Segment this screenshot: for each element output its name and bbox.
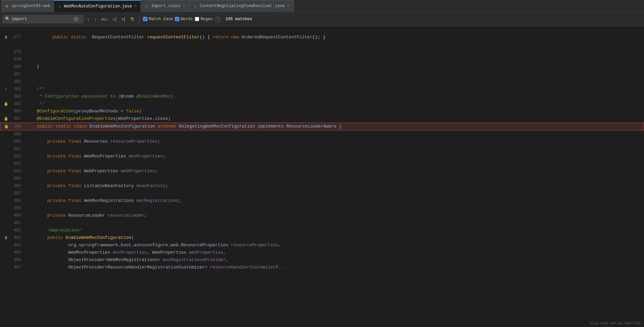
search-input-wrapper: 🔍 ×: [3, 15, 83, 23]
table-row: 397: [0, 190, 644, 197]
code-content-383[interactable]: /**: [24, 85, 644, 93]
code-content-392[interactable]: private final WebMvcProperties mvcProper…: [24, 153, 644, 160]
class-icon: ⬡: [144, 4, 149, 8]
code-content-406[interactable]: ObjectProvider<WebMvcRegistrations> mvcR…: [24, 256, 644, 264]
code-content-382[interactable]: [24, 78, 644, 85]
gutter-icon-403: @: [3, 235, 9, 241]
match-case-checkbox[interactable]: [143, 17, 147, 21]
tab-bar: m springboot03-web ☕ WebMvcAutoConfigura…: [0, 0, 644, 12]
line-gutter-393: 393: [0, 160, 24, 168]
tab-file1[interactable]: ☕ WebMvcAutoConfiguration.java ×: [54, 0, 141, 12]
code-content-387[interactable]: @EnableConfigurationProperties(WebProper…: [24, 115, 644, 122]
code-content-386[interactable]: @Configuration(proxyBeanMethods = false): [24, 108, 644, 115]
code-content-384[interactable]: * Configuration equivalent to {@code @En…: [24, 93, 644, 100]
tab-close-file3[interactable]: ×: [287, 3, 290, 9]
table-row: 393: [0, 160, 644, 168]
search-clear-button[interactable]: ×: [73, 16, 79, 22]
line-gutter-377: @ 377: [0, 26, 24, 48]
tab-project[interactable]: m springboot03-web: [1, 0, 54, 12]
line-gutter-401: 401: [0, 219, 24, 227]
line-gutter-398: 398: [0, 197, 24, 205]
java-icon-3: ☕: [193, 4, 198, 8]
line-gutter-380: 380: [0, 63, 24, 71]
code-content-405[interactable]: WebMvcProperties mvcProperties, WebPrope…: [24, 249, 644, 256]
code-content-404[interactable]: org.springframework.boot.autoconfigure.w…: [24, 242, 644, 249]
line-num-407: 407: [10, 264, 21, 271]
code-content-400[interactable]: private ResourceLoader resourceLoader;: [24, 212, 644, 219]
table-row: 400 private ResourceLoader resourceLoade…: [0, 212, 644, 219]
code-content-407[interactable]: ObjectProvider<ResourceHandlerRegistrati…: [24, 264, 644, 271]
line-num-401: 401: [10, 219, 21, 227]
find-all-button[interactable]: ALL: [100, 16, 110, 22]
words-checkbox[interactable]: [175, 17, 179, 21]
code-content-403[interactable]: public EnableWebMvcConfiguration(: [24, 234, 644, 242]
line-gutter-395: 395: [0, 175, 24, 182]
gutter-icon-395: [3, 176, 9, 181]
code-content-391[interactable]: [24, 145, 644, 153]
line-num-377: 377: [10, 34, 21, 41]
line-num-390: 390: [10, 138, 21, 145]
code-content-395[interactable]: [24, 175, 644, 182]
line-gutter-381: 381: [0, 71, 24, 78]
words-label[interactable]: Words: [175, 17, 193, 22]
code-content-380[interactable]: }: [24, 63, 644, 71]
line-num-379: 379: [10, 56, 21, 63]
line-num-389: 389: [10, 131, 21, 138]
line-num-400: 400: [10, 212, 21, 219]
search-input[interactable]: [11, 16, 72, 22]
gutter-icon-400: [3, 213, 9, 218]
gutter-icon-405: [3, 250, 9, 255]
regex-checkbox[interactable]: [195, 17, 199, 21]
line-num-384: 384: [10, 93, 21, 100]
code-content-378[interactable]: [24, 48, 644, 56]
filter-button[interactable]: ⚗: [128, 15, 136, 23]
code-content-390[interactable]: private final Resources resourceProperti…: [24, 138, 644, 145]
gutter-icon-383: ▾: [3, 86, 9, 92]
regex-label[interactable]: Regex: [195, 17, 213, 22]
table-row: 394 private final WebProperties webPrope…: [0, 168, 644, 175]
gutter-icon-388: 🔒: [4, 124, 9, 129]
code-content-388[interactable]: public static class EnableWebMvcConfigur…: [24, 123, 644, 130]
add-occurrence-button[interactable]: +|: [111, 15, 118, 23]
line-num-398: 398: [10, 197, 21, 205]
tab-file3[interactable]: ☕ ContentNegotiatingViewResolver.java ×: [190, 0, 294, 12]
tab-close-file2[interactable]: ×: [182, 3, 186, 9]
line-gutter-407: 407: [0, 264, 24, 271]
line-num-387: 387: [10, 115, 21, 122]
code-content-377[interactable]: public static RequestContextFilter reque…: [24, 26, 644, 48]
code-content-401[interactable]: [24, 219, 644, 227]
code-content-385[interactable]: */: [24, 100, 644, 108]
gutter-icon-391: [3, 146, 9, 152]
code-content-398[interactable]: private final WebMvcRegistrations mvcReg…: [24, 197, 644, 205]
code-content-396[interactable]: private final ListableBeanFactory beanFa…: [24, 182, 644, 190]
match-count: 105 matches: [225, 17, 252, 22]
search-bar: 🔍 × ↑ ↓ ALL +| ×| ⚗ Match Case Words Reg…: [0, 12, 644, 26]
code-content-393[interactable]: [24, 160, 644, 168]
tab-file2[interactable]: ⬡ Import.class ×: [141, 0, 189, 12]
code-container: @ 377 public static RequestContextFilter…: [0, 26, 644, 271]
line-gutter-404: 404: [0, 242, 24, 249]
exclude-occurrence-button[interactable]: ×|: [119, 15, 127, 23]
gutter-icon-398: [3, 198, 9, 204]
line-gutter-388: 🔒 388: [0, 123, 24, 130]
tab-close-file1[interactable]: ×: [134, 4, 138, 9]
help-button[interactable]: ?: [215, 16, 221, 22]
line-gutter-389: 389: [0, 131, 24, 138]
code-content-399[interactable]: [24, 205, 644, 212]
code-content-394[interactable]: private final WebProperties webPropertie…: [24, 168, 644, 175]
next-match-button[interactable]: ↓: [93, 15, 98, 23]
line-gutter-390: 390: [0, 138, 24, 145]
tab-label-file2: Import.class: [151, 4, 180, 8]
line-num-403: 403: [10, 234, 21, 242]
code-content-389[interactable]: [24, 131, 644, 138]
prev-match-button[interactable]: ↑: [85, 15, 91, 23]
code-content-402[interactable]: /deprecation/: [24, 227, 644, 234]
line-gutter-397: 397: [0, 190, 24, 197]
code-content-397[interactable]: [24, 190, 644, 197]
gutter-icon-381: [3, 72, 9, 77]
search-navigation: ↑ ↓ ALL +| ×| ⚗: [85, 15, 136, 23]
match-case-label[interactable]: Match Case: [143, 17, 173, 22]
code-content-379[interactable]: [24, 56, 644, 63]
code-content-381[interactable]: [24, 71, 644, 78]
table-row: 399: [0, 205, 644, 212]
